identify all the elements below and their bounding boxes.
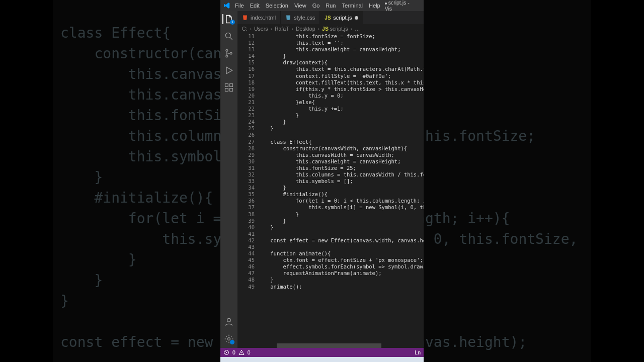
horizontal-scrollbar[interactable] xyxy=(255,343,424,348)
menu-go[interactable]: Go xyxy=(309,2,323,10)
html-file-icon xyxy=(242,15,248,21)
svg-point-8 xyxy=(227,318,231,322)
run-debug-icon[interactable] xyxy=(224,65,234,75)
error-icon[interactable] xyxy=(223,349,229,355)
windows-taskbar[interactable] xyxy=(220,357,424,362)
menu-run[interactable]: Run xyxy=(323,2,339,10)
warning-count[interactable]: 0 xyxy=(248,349,251,355)
svg-point-3 xyxy=(230,52,232,54)
menu-bar: FileEditSelectionViewGoRunTerminalHelp xyxy=(232,2,383,10)
menu-selection[interactable]: Selection xyxy=(263,2,291,10)
tab-script-js[interactable]: JS script.js xyxy=(320,11,363,24)
breadcrumb[interactable]: C:›Users›RafaT›Desktop›JS script.js›… xyxy=(237,24,424,33)
breadcrumb-segment[interactable]: RafaT xyxy=(275,26,289,32)
line-gutter: 1112131415161718192021222324252627282930… xyxy=(237,33,258,348)
error-count[interactable]: 0 xyxy=(232,349,235,355)
breadcrumb-segment[interactable]: Desktop xyxy=(296,26,315,32)
svg-rect-4 xyxy=(225,84,228,87)
settings-gear-icon[interactable] xyxy=(224,334,234,344)
breadcrumb-segment[interactable]: JS script.js xyxy=(322,26,348,32)
chevron-right-icon: › xyxy=(350,26,352,32)
breadcrumb-segment[interactable]: … xyxy=(355,26,360,32)
svg-rect-5 xyxy=(230,84,233,87)
explorer-badge: 1 xyxy=(230,20,235,25)
status-bar: 0 0 Ln xyxy=(220,348,424,357)
window-title: script.js - Vis xyxy=(385,0,418,12)
svg-rect-6 xyxy=(225,88,228,92)
scrollbar-thumb[interactable] xyxy=(277,343,381,348)
menu-file[interactable]: File xyxy=(232,2,247,10)
status-line-col[interactable]: Ln xyxy=(415,349,421,355)
svg-point-0 xyxy=(225,33,230,38)
tab-label: index.html xyxy=(251,15,276,21)
tab-index-html[interactable]: index.html xyxy=(237,11,281,24)
extensions-icon[interactable] xyxy=(224,82,234,93)
activity-bar: 1 xyxy=(220,11,237,348)
vscode-window: FileEditSelectionViewGoRunTerminalHelp s… xyxy=(220,0,424,357)
left-letterbox xyxy=(0,0,53,362)
source-control-icon[interactable] xyxy=(224,48,234,58)
explorer-icon[interactable]: 1 xyxy=(222,14,234,24)
chevron-right-icon: › xyxy=(292,26,294,32)
search-icon[interactable] xyxy=(224,31,234,41)
warning-icon[interactable] xyxy=(238,349,245,355)
menu-help[interactable]: Help xyxy=(366,2,383,10)
tab-label: script.js xyxy=(333,15,352,21)
tab-bar: index.html style.css JS script.js xyxy=(237,11,424,24)
breadcrumb-segment[interactable]: C: xyxy=(242,26,248,32)
accounts-icon[interactable] xyxy=(224,317,234,327)
svg-point-2 xyxy=(226,55,228,57)
tab-style-css[interactable]: style.css xyxy=(281,11,320,24)
chevron-right-icon: › xyxy=(270,26,272,32)
menu-edit[interactable]: Edit xyxy=(247,2,263,10)
title-bar: FileEditSelectionViewGoRunTerminalHelp s… xyxy=(220,0,424,11)
chevron-right-icon: › xyxy=(318,26,320,32)
dirty-indicator-icon xyxy=(355,16,358,20)
css-file-icon xyxy=(285,15,291,21)
chevron-right-icon: › xyxy=(250,26,252,32)
svg-rect-7 xyxy=(230,88,233,92)
code-content[interactable]: this.fontSize = fontSize; this.text = ''… xyxy=(258,33,424,348)
tab-label: style.css xyxy=(294,15,315,21)
js-file-icon: JS xyxy=(325,15,331,21)
menu-view[interactable]: View xyxy=(291,2,309,10)
code-editor[interactable]: 1112131415161718192021222324252627282930… xyxy=(237,33,424,348)
sync-indicator-icon xyxy=(229,339,235,345)
svg-point-1 xyxy=(226,49,228,51)
menu-terminal[interactable]: Terminal xyxy=(339,2,366,10)
right-letterbox xyxy=(591,0,644,362)
vscode-logo-icon xyxy=(223,2,230,9)
breadcrumb-segment[interactable]: Users xyxy=(254,26,268,32)
